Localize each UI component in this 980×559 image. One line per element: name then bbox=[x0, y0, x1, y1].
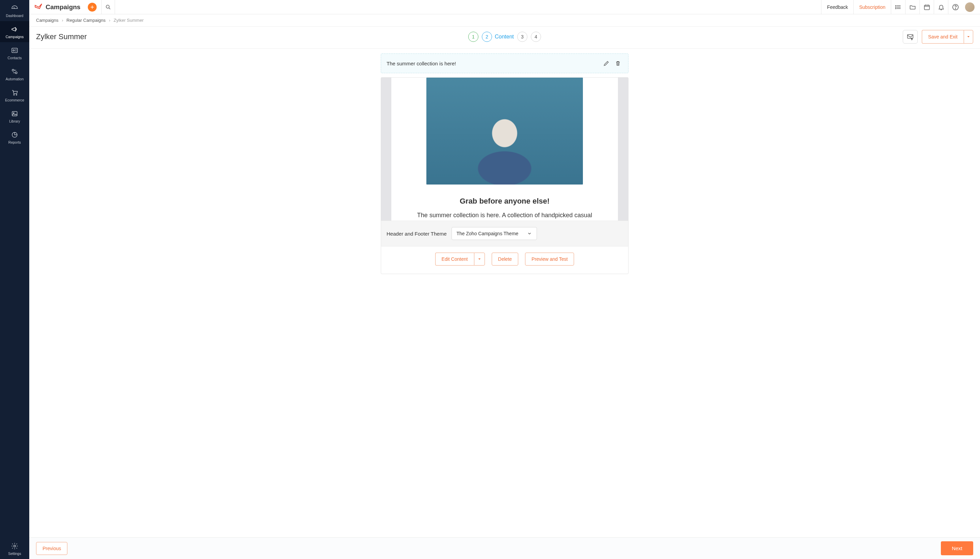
chevron-right-icon: › bbox=[62, 18, 63, 23]
sidebar-item-automation[interactable]: Automation bbox=[0, 63, 29, 84]
sidebar-item-label: Reports bbox=[8, 140, 21, 144]
caret-down-icon bbox=[967, 35, 970, 38]
crumb-campaigns[interactable]: Campaigns bbox=[36, 18, 59, 23]
calendar-button[interactable] bbox=[919, 0, 934, 14]
chevron-right-icon: › bbox=[109, 18, 110, 23]
trash-icon bbox=[615, 60, 621, 67]
action-row: Edit Content Delete Preview and Test bbox=[381, 246, 628, 274]
svg-point-21 bbox=[895, 5, 896, 6]
automation-icon bbox=[10, 68, 19, 76]
next-button[interactable]: Next bbox=[941, 541, 973, 555]
library-icon bbox=[10, 110, 19, 118]
step-label: Content bbox=[495, 34, 514, 40]
delete-subject-button[interactable] bbox=[613, 59, 623, 68]
pencil-icon bbox=[603, 60, 610, 67]
wizard-steps: 1 2 Content 3 4 bbox=[468, 31, 541, 42]
sidebar-item-label: Campaigns bbox=[5, 35, 23, 39]
sidebar: Dashboard Campaigns Contacts Automation bbox=[0, 0, 29, 559]
feedback-label: Feedback bbox=[827, 5, 848, 10]
theme-select[interactable]: The Zoho Campaigns Theme bbox=[452, 227, 537, 240]
previous-button[interactable]: Previous bbox=[36, 542, 68, 555]
svg-point-7 bbox=[15, 72, 17, 74]
sidebar-item-label: Contacts bbox=[8, 56, 21, 60]
notifications-button[interactable] bbox=[934, 0, 948, 14]
edit-subject-button[interactable] bbox=[602, 59, 611, 68]
preview-gutter bbox=[381, 78, 391, 221]
page-title: Zylker Summer bbox=[36, 32, 87, 41]
bell-icon bbox=[938, 4, 945, 10]
sidebar-item-campaigns[interactable]: Campaigns bbox=[0, 21, 29, 42]
hero-image bbox=[426, 78, 583, 185]
calendar-icon bbox=[924, 4, 931, 10]
mail-cursor-icon bbox=[906, 33, 914, 41]
svg-rect-30 bbox=[907, 35, 913, 38]
svg-point-23 bbox=[895, 8, 896, 9]
sidebar-item-library[interactable]: Library bbox=[0, 106, 29, 127]
megaphone-icon bbox=[10, 25, 19, 33]
sidebar-item-contacts[interactable]: Contacts bbox=[0, 42, 29, 63]
subscription-link[interactable]: Subscription bbox=[853, 0, 891, 14]
edit-content-label: Edit Content bbox=[442, 256, 468, 262]
next-label: Next bbox=[952, 546, 962, 551]
step-number: 1 bbox=[468, 31, 478, 42]
svg-point-8 bbox=[13, 94, 15, 95]
crumb-regular[interactable]: Regular Campaigns bbox=[66, 18, 106, 23]
plus-icon bbox=[90, 5, 95, 10]
preview-test-button[interactable]: Preview and Test bbox=[525, 253, 574, 266]
theme-label: Header and Footer Theme bbox=[386, 231, 447, 237]
preview-gutter bbox=[618, 78, 628, 221]
delete-label: Delete bbox=[498, 256, 512, 262]
reports-icon bbox=[10, 131, 19, 139]
preview-body-text: The summer collection is here. A collect… bbox=[414, 212, 596, 219]
sidebar-item-settings[interactable]: Settings bbox=[0, 538, 29, 559]
delete-button[interactable]: Delete bbox=[492, 253, 518, 266]
svg-point-13 bbox=[13, 545, 16, 547]
folder-button[interactable] bbox=[905, 0, 919, 14]
svg-point-6 bbox=[12, 69, 14, 71]
crumb-current: Zylker Summer bbox=[114, 18, 144, 23]
sidebar-item-label: Automation bbox=[5, 77, 23, 81]
email-preview-button[interactable] bbox=[903, 30, 918, 44]
svg-point-22 bbox=[895, 7, 896, 8]
step-2[interactable]: 2 Content bbox=[482, 31, 514, 42]
sidebar-item-ecommerce[interactable]: Ecommerce bbox=[0, 84, 29, 106]
edit-content-button[interactable]: Edit Content bbox=[435, 253, 474, 266]
sidebar-item-label: Ecommerce bbox=[5, 98, 24, 102]
sidebar-item-label: Settings bbox=[8, 551, 21, 556]
footer-bar: Previous Next bbox=[29, 537, 980, 559]
sidebar-item-dashboard[interactable]: Dashboard bbox=[0, 0, 29, 21]
sidebar-item-label: Dashboard bbox=[6, 13, 23, 18]
previous-label: Previous bbox=[43, 546, 61, 551]
folder-icon bbox=[909, 4, 916, 10]
search-button[interactable] bbox=[101, 0, 115, 14]
add-button[interactable] bbox=[88, 3, 97, 12]
preview-test-label: Preview and Test bbox=[531, 256, 568, 262]
step-3[interactable]: 3 bbox=[517, 31, 528, 42]
theme-value: The Zoho Campaigns Theme bbox=[457, 231, 518, 236]
brand-text: Campaigns bbox=[46, 3, 80, 11]
feedback-link[interactable]: Feedback bbox=[821, 0, 853, 14]
subscription-label: Subscription bbox=[859, 5, 885, 10]
logo-icon bbox=[34, 3, 43, 12]
help-button[interactable] bbox=[948, 0, 962, 14]
avatar[interactable] bbox=[965, 2, 975, 12]
list-button[interactable] bbox=[891, 0, 905, 14]
theme-row: Header and Footer Theme The Zoho Campaig… bbox=[381, 221, 628, 246]
svg-point-29 bbox=[955, 8, 955, 8]
subject-line-box[interactable]: The summer collection is here! bbox=[381, 53, 629, 73]
header: Campaigns Feedback Subscription bbox=[29, 0, 980, 14]
chevron-down-icon bbox=[527, 231, 532, 236]
logo[interactable]: Campaigns bbox=[34, 3, 80, 12]
contacts-icon bbox=[10, 46, 19, 55]
step-1[interactable]: 1 bbox=[468, 31, 478, 42]
svg-point-9 bbox=[16, 94, 17, 95]
save-and-exit-dropdown[interactable] bbox=[964, 30, 973, 44]
sidebar-item-label: Library bbox=[9, 119, 20, 123]
breadcrumb: Campaigns › Regular Campaigns › Zylker S… bbox=[29, 14, 980, 26]
sidebar-item-reports[interactable]: Reports bbox=[0, 127, 29, 148]
svg-line-17 bbox=[109, 8, 111, 9]
save-and-exit-button[interactable]: Save and Exit bbox=[922, 30, 964, 44]
gear-icon bbox=[10, 542, 19, 550]
step-4[interactable]: 4 bbox=[531, 31, 541, 42]
edit-content-dropdown[interactable] bbox=[474, 253, 485, 266]
